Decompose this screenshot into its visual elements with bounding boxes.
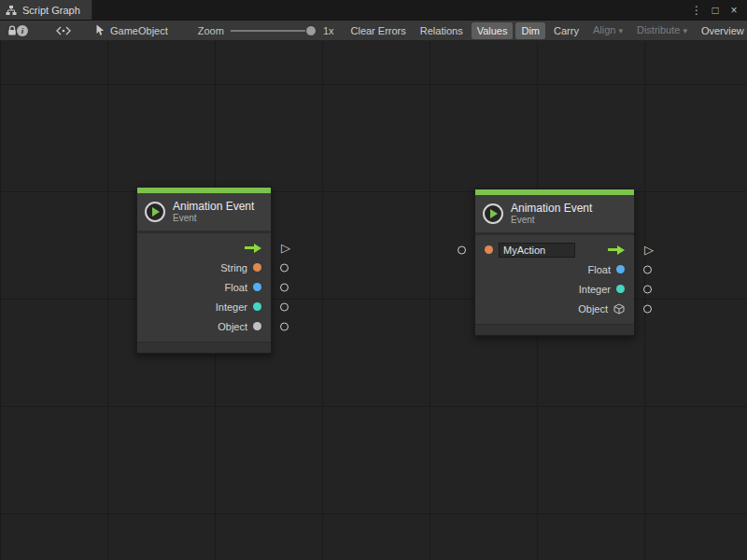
node-animation-event-2[interactable]: Animation Event Event ▷ Float <box>474 189 635 336</box>
object-type-dot <box>253 322 261 330</box>
integer-output-port[interactable] <box>280 302 289 311</box>
output-row-integer: Integer <box>475 279 634 299</box>
zoom-slider[interactable] <box>231 24 317 37</box>
target-object[interactable]: GameObject <box>95 24 168 36</box>
output-row-integer: Integer <box>137 297 271 316</box>
output-row-string: String <box>137 258 271 277</box>
float-type-dot <box>616 265 625 273</box>
tab-bar: Script Graph ⋮ □ × <box>0 0 747 21</box>
flow-output-port[interactable]: ▷ <box>644 243 654 255</box>
output-row-float: Float <box>137 277 271 297</box>
tab-title: Script Graph <box>22 5 80 16</box>
flow-arrow-icon <box>245 244 261 253</box>
script-graph-window: Script Graph ⋮ □ × i <box>0 0 747 560</box>
node-footer <box>475 324 634 335</box>
flow-arrow-icon <box>608 245 625 255</box>
node-footer <box>137 342 271 353</box>
target-object-label: GameObject <box>110 25 168 36</box>
action-name-input[interactable] <box>499 243 575 258</box>
node-subtitle: Event <box>173 213 254 224</box>
clear-errors-button[interactable]: Clear Errors <box>345 22 412 39</box>
port-label: Object <box>218 321 247 332</box>
node-header[interactable]: Animation Event Event <box>137 193 271 231</box>
zoom-value: 1x <box>323 25 334 36</box>
node-animation-event-1[interactable]: Animation Event Event ▷ String Float <box>136 187 272 354</box>
port-label: Integer <box>579 284 611 295</box>
object-output-port[interactable] <box>280 322 289 330</box>
close-icon[interactable]: × <box>726 3 741 18</box>
align-dropdown[interactable]: Align▾ <box>587 21 628 39</box>
node-header[interactable]: Animation Event Event <box>475 195 634 232</box>
port-label: String <box>220 262 247 273</box>
event-play-icon <box>145 202 165 222</box>
event-play-icon <box>483 203 503 224</box>
string-type-dot <box>485 245 493 254</box>
distribute-dropdown[interactable]: Distribute▾ <box>631 21 693 39</box>
flow-output-row: ▷ <box>137 238 271 258</box>
float-output-port[interactable] <box>643 265 652 273</box>
graph-icon <box>6 5 17 16</box>
zoom-label: Zoom <box>198 25 224 36</box>
float-output-port[interactable] <box>280 283 289 291</box>
output-row-float: Float <box>475 259 634 279</box>
node-body: ▷ String Float Integer <box>137 233 271 342</box>
lock-icon[interactable] <box>7 22 17 39</box>
node-title: Animation Event <box>173 200 254 213</box>
string-output-port[interactable] <box>280 263 289 272</box>
zoom-slider-knob[interactable] <box>305 25 317 36</box>
overview-button[interactable]: Overview <box>696 22 747 39</box>
window-controls: ⋮ □ × <box>689 0 747 20</box>
output-row-object: Object <box>475 299 634 318</box>
relations-button[interactable]: Relations <box>415 22 469 39</box>
action-input-port[interactable] <box>458 245 466 254</box>
tab-script-graph[interactable]: Script Graph <box>0 0 92 20</box>
action-input-row: ▷ <box>475 240 634 259</box>
values-toggle[interactable]: Values <box>472 22 514 39</box>
object-output-port[interactable] <box>643 304 652 313</box>
kebab-menu-icon[interactable]: ⋮ <box>689 3 704 18</box>
string-type-dot <box>253 263 261 272</box>
node-body: ▷ Float Integer Object <box>475 235 634 324</box>
maximize-icon[interactable]: □ <box>708 3 723 18</box>
chevron-down-icon: ▾ <box>683 26 687 35</box>
zoom-control: Zoom 1x <box>198 24 334 37</box>
port-label: Object <box>578 303 608 315</box>
integer-type-dot <box>616 285 625 293</box>
cube-icon <box>613 303 625 315</box>
dim-toggle[interactable]: Dim <box>515 22 545 39</box>
zoom-slider-track <box>231 30 317 32</box>
toolbar-buttons: Clear Errors Relations Values Dim Carry … <box>345 21 747 39</box>
port-label: Float <box>588 264 611 275</box>
cursor-icon <box>95 24 106 36</box>
port-label: Integer <box>216 301 247 313</box>
node-subtitle: Event <box>511 215 592 226</box>
float-type-dot <box>253 283 261 291</box>
info-icon[interactable]: i <box>17 22 28 39</box>
integer-type-dot <box>253 302 261 311</box>
graph-canvas[interactable]: Animation Event Event ▷ String Float <box>0 41 747 560</box>
output-row-object: Object <box>137 316 271 336</box>
port-label: Float <box>225 282 247 293</box>
node-title: Animation Event <box>511 202 592 215</box>
integer-output-port[interactable] <box>643 285 652 293</box>
carry-button[interactable]: Carry <box>548 22 585 39</box>
chevron-down-icon: ▾ <box>618 26 623 35</box>
flow-output-port[interactable]: ▷ <box>281 241 290 253</box>
code-view-icon[interactable] <box>56 22 71 39</box>
graph-toolbar: i GameObject Zoom 1x Clear Errors <box>0 21 747 41</box>
